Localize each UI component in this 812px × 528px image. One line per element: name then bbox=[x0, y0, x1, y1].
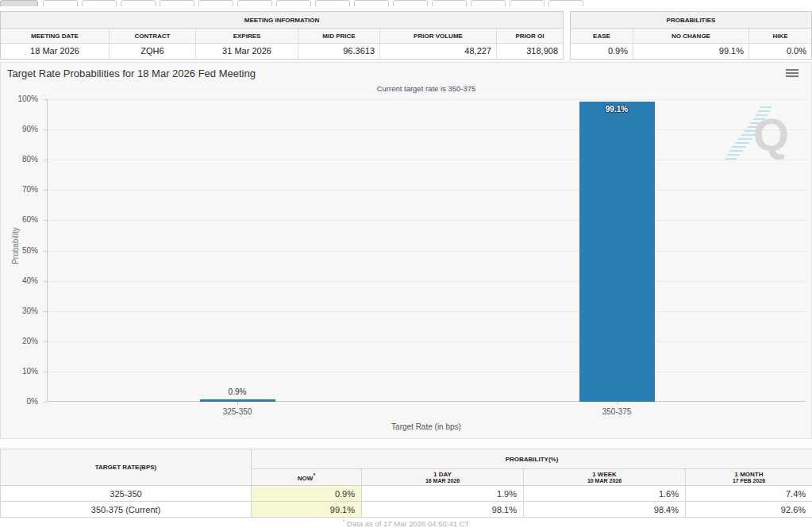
probability-group-header: PROBABILITY(%) bbox=[252, 449, 812, 469]
period-date: 10 MAR 2026 bbox=[524, 478, 685, 484]
now-label: NOW bbox=[298, 475, 314, 482]
probabilities-panel: PROBABILITIES EASENO CHANGEHIKE 0.9%99.1… bbox=[570, 11, 812, 60]
y-tick-label-0: 0% bbox=[6, 397, 38, 406]
now-cell: 0.9% bbox=[252, 486, 362, 502]
tab-stub-4[interactable] bbox=[121, 0, 156, 6]
gridline-20 bbox=[48, 341, 806, 342]
y-tick-10 bbox=[44, 372, 47, 372]
one-day-cell: 1.9% bbox=[362, 486, 524, 502]
y-tick-90 bbox=[44, 129, 47, 130]
value-318-908: 318,908 bbox=[497, 44, 563, 59]
header-prior-oi: PRIOR OI bbox=[497, 29, 563, 44]
tab-stub-7[interactable] bbox=[237, 0, 272, 6]
one-month-cell: 92.6% bbox=[686, 502, 812, 518]
header-contract: CONTRACT bbox=[110, 29, 196, 44]
probabilities-headers: EASENO CHANGEHIKE bbox=[571, 29, 811, 44]
y-tick-label-80: 80% bbox=[6, 155, 38, 164]
probabilities-values: 0.9%99.1%0.0% bbox=[571, 44, 811, 59]
value-31-mar-2026: 31 Mar 2026 bbox=[196, 44, 298, 59]
target-rate-chart: Target Rate Probabilities for 18 Mar 202… bbox=[0, 62, 812, 439]
one-week-cell: 98.4% bbox=[524, 502, 686, 518]
y-tick-40 bbox=[44, 281, 47, 282]
y-tick-80 bbox=[44, 160, 47, 160]
y-tick-label-90: 90% bbox=[6, 125, 38, 133]
tab-stub-8[interactable] bbox=[276, 0, 311, 6]
y-tick-70 bbox=[44, 190, 47, 191]
tab-stub-12[interactable] bbox=[432, 0, 467, 6]
gridline-80 bbox=[48, 160, 806, 160]
data-asof-note: * Data as of 17 Mar 2026 04:50:41 CT bbox=[0, 518, 812, 528]
y-tick-0 bbox=[44, 402, 47, 403]
y-axis-title: Probability bbox=[11, 183, 20, 310]
value-48-227: 48,227 bbox=[380, 44, 497, 59]
value-0-9-: 0.9% bbox=[571, 44, 633, 59]
tab-stub-9[interactable] bbox=[315, 0, 350, 6]
bar-chart-plot-area: 0%10%20%30%40%50%60%70%80%90%100%0.9%325… bbox=[47, 99, 806, 402]
now-asterisk: * bbox=[313, 472, 315, 478]
x-tick-350-375 bbox=[617, 402, 618, 405]
footnote-text: Data as of 17 Mar 2026 04:50:41 CT bbox=[347, 519, 469, 528]
target-rate-cell: 325-350 bbox=[1, 486, 252, 502]
now-cell: 99.1% bbox=[252, 502, 362, 518]
period-header-1-day: 1 DAY16 MAR 2026 bbox=[362, 469, 524, 486]
meeting-information-values: 18 Mar 2026ZQH631 Mar 202696.361348,2273… bbox=[1, 44, 563, 59]
gridline-100 bbox=[48, 99, 806, 100]
footnote-asterisk: * bbox=[343, 518, 345, 524]
bar-value-label-350-375: 99.1% bbox=[569, 105, 664, 114]
tab-stub-2[interactable] bbox=[43, 0, 78, 6]
tab-stub-11[interactable] bbox=[393, 0, 428, 6]
gridline-30 bbox=[48, 311, 806, 312]
value-18-mar-2026: 18 Mar 2026 bbox=[1, 44, 110, 59]
meeting-information-headers: MEETING DATECONTRACTEXPIRESMID PRICEPRIO… bbox=[1, 29, 563, 44]
tab-stub-13[interactable] bbox=[471, 0, 506, 6]
x-tick-label-325-350: 325-350 bbox=[190, 407, 285, 416]
gridline-60 bbox=[48, 220, 806, 221]
tab-strip bbox=[0, 0, 812, 6]
tab-stub-14[interactable] bbox=[510, 0, 545, 6]
period-date: 17 FEB 2026 bbox=[686, 478, 812, 484]
tab-stub-3[interactable] bbox=[82, 0, 117, 6]
target-rate-header: TARGET RATE(BPS) bbox=[1, 449, 252, 486]
y-tick-label-100: 100% bbox=[6, 94, 38, 103]
header-expires: EXPIRES bbox=[196, 29, 298, 44]
x-tick-325-350 bbox=[237, 402, 238, 405]
probability-history-table: TARGET RATE(BPS) PROBABILITY(%) NOW* 1 D… bbox=[0, 449, 812, 518]
one-week-cell: 1.6% bbox=[524, 486, 686, 502]
header-no-change: NO CHANGE bbox=[633, 29, 749, 44]
period-header-1-week: 1 WEEK10 MAR 2026 bbox=[524, 469, 686, 486]
x-axis-title: Target Rate (in bps) bbox=[47, 422, 806, 431]
tab-stub-6[interactable] bbox=[198, 0, 233, 6]
period-label: 1 MONTH bbox=[735, 471, 764, 478]
tab-stub-15[interactable] bbox=[548, 0, 583, 6]
period-date: 16 MAR 2026 bbox=[362, 478, 523, 484]
tab-stub-5[interactable] bbox=[160, 0, 194, 6]
value-96-3613: 96.3613 bbox=[298, 44, 380, 59]
chart-title: Target Rate Probabilities for 18 Mar 202… bbox=[7, 67, 256, 79]
target-rate-cell: 350-375 (Current) bbox=[1, 502, 252, 518]
meeting-information-title: MEETING INFORMATION bbox=[1, 12, 563, 29]
y-tick-20 bbox=[44, 341, 47, 342]
gridline-90 bbox=[48, 129, 806, 130]
chart-subtitle: Current target rate is 350-375 bbox=[47, 84, 806, 93]
y-tick-label-10: 10% bbox=[6, 367, 38, 376]
table-row: 325-3500.9%1.9%1.6%7.4% bbox=[1, 486, 812, 502]
x-tick-label-350-375: 350-375 bbox=[569, 407, 664, 416]
now-column-header: NOW* bbox=[252, 469, 362, 486]
tab-stub-10[interactable] bbox=[354, 0, 389, 6]
one-day-cell: 98.1% bbox=[362, 502, 524, 518]
probabilities-title: PROBABILITIES bbox=[571, 12, 811, 29]
period-label: 1 WEEK bbox=[592, 471, 617, 478]
gridline-10 bbox=[48, 372, 806, 372]
hamburger-menu-icon[interactable] bbox=[786, 69, 799, 79]
meeting-information-panel: MEETING INFORMATION MEETING DATECONTRACT… bbox=[0, 11, 564, 60]
gridline-70 bbox=[48, 190, 806, 191]
info-panels: MEETING INFORMATION MEETING DATECONTRACT… bbox=[0, 11, 812, 60]
value-zqh6: ZQH6 bbox=[110, 44, 196, 59]
y-tick-100 bbox=[44, 99, 47, 100]
y-tick-30 bbox=[44, 311, 47, 312]
one-month-cell: 7.4% bbox=[686, 486, 812, 502]
bar-350-375[interactable] bbox=[579, 102, 655, 402]
bar-value-label-325-350: 0.9% bbox=[190, 387, 285, 396]
gridline-40 bbox=[48, 281, 806, 282]
tab-stub-1[interactable] bbox=[0, 0, 38, 6]
